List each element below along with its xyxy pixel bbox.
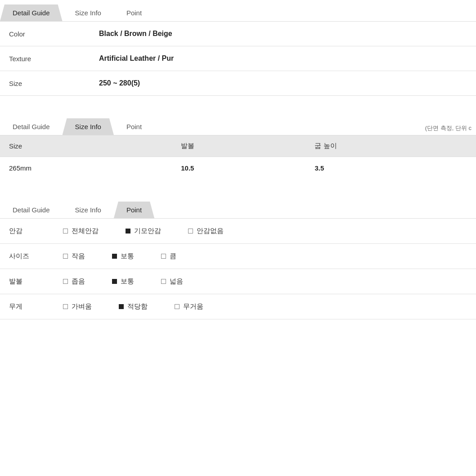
point-option-item: 보통 (112, 252, 134, 260)
point-row: 무게가벼움적당함무거움 (0, 294, 476, 319)
value-texture: Artificial Leather / Pur (90, 46, 476, 71)
point-option-item: 작음 (63, 252, 85, 260)
point-option-label: 무거움 (183, 302, 203, 311)
checkbox-empty-icon (161, 279, 166, 284)
tab-detail-guide-1[interactable]: Detail Guide (0, 4, 63, 21)
point-option-item: 가벼움 (63, 302, 92, 311)
checkbox-empty-icon (63, 279, 68, 284)
point-option-item: 무거움 (175, 302, 203, 311)
value-size: 250 ~ 280(5) (90, 71, 476, 96)
size-data-table: Size 발볼 굽 높이 265mm 10.5 3.5 (0, 135, 476, 179)
label-texture: Texture (0, 46, 90, 71)
col-header-heel-height: 굽 높이 (305, 135, 476, 157)
tab-point-2[interactable]: Point (114, 118, 154, 135)
point-row: 안감전체안감기모안감안감없음 (0, 219, 476, 244)
col-header-size: Size (0, 135, 172, 157)
point-option-item: 기모안감 (126, 227, 161, 235)
point-label: 안감 (0, 219, 54, 244)
label-color: Color (0, 22, 90, 46)
point-option-label: 전체안감 (72, 227, 99, 235)
point-option-item: 넓음 (161, 277, 183, 286)
point-option-label: 가벼움 (72, 302, 92, 311)
point-option-label: 좁음 (72, 277, 85, 286)
point-option-label: 안감없음 (197, 227, 224, 235)
heel-height-value: 3.5 (305, 157, 476, 180)
tab-row-3: Detail Guide Size Info Point (0, 197, 476, 219)
size-value: 265mm (0, 157, 172, 180)
tab-detail-guide-3[interactable]: Detail Guide (0, 202, 63, 218)
point-options-cell: 가벼움적당함무거움 (54, 294, 476, 319)
point-label: 무게 (0, 294, 54, 319)
checkbox-empty-icon (188, 229, 193, 234)
tab-size-info-1[interactable]: Size Info (63, 4, 114, 21)
checkbox-empty-icon (63, 304, 68, 309)
point-option-label: 보통 (121, 252, 134, 260)
point-option-label: 큼 (170, 252, 176, 260)
tab-size-info-3[interactable]: Size Info (63, 202, 114, 218)
checkbox-filled-icon (119, 304, 124, 309)
point-option-item: 좁음 (63, 277, 85, 286)
checkbox-filled-icon (112, 254, 117, 259)
section-2: Detail Guide Size Info Point (단면 측정, 단위 … (0, 114, 476, 179)
checkbox-filled-icon (126, 229, 130, 234)
point-options-group: 좁음보통넓음 (63, 277, 467, 286)
checkbox-filled-icon (112, 279, 117, 284)
point-option-label: 작음 (72, 252, 85, 260)
point-options-cell: 작음보통큼 (54, 244, 476, 269)
point-option-label: 넓음 (170, 277, 183, 286)
point-row: 사이즈작음보통큼 (0, 244, 476, 269)
tab-point-1[interactable]: Point (114, 4, 154, 21)
point-row: 발볼좁음보통넓음 (0, 269, 476, 294)
section-1: Detail Guide Size Info Point Color Black… (0, 0, 476, 96)
tab-row-2: Detail Guide Size Info Point (단면 측정, 단위 … (0, 114, 476, 135)
size-note: (단면 측정, 단위 c (421, 121, 476, 135)
point-options-group: 작음보통큼 (63, 252, 467, 260)
point-options-cell: 전체안감기모안감안감없음 (54, 219, 476, 244)
point-label: 사이즈 (0, 244, 54, 269)
tab-row-1: Detail Guide Size Info Point (0, 0, 476, 22)
point-option-item: 안감없음 (188, 227, 224, 235)
point-option-item: 큼 (161, 252, 176, 260)
point-table: 안감전체안감기모안감안감없음사이즈작음보통큼발볼좁음보통넓음무게가벼움적당함무거… (0, 219, 476, 319)
point-option-label: 적당함 (127, 302, 148, 311)
point-label: 발볼 (0, 269, 54, 294)
ballpol-value: 10.5 (172, 157, 305, 180)
point-option-label: 기모안감 (134, 227, 161, 235)
size-table-row: 265mm 10.5 3.5 (0, 157, 476, 180)
checkbox-empty-icon (161, 254, 166, 259)
value-color: Black / Brown / Beige (90, 22, 476, 46)
tab-size-info-2[interactable]: Size Info (63, 118, 114, 135)
size-table-header: Size 발볼 굽 높이 (0, 135, 476, 157)
tab-detail-guide-2[interactable]: Detail Guide (0, 118, 63, 135)
table-row: Size 250 ~ 280(5) (0, 71, 476, 96)
point-options-group: 가벼움적당함무거움 (63, 302, 467, 311)
point-options-group: 전체안감기모안감안감없음 (63, 227, 467, 235)
table-row: Color Black / Brown / Beige (0, 22, 476, 46)
checkbox-empty-icon (63, 229, 68, 234)
tab-point-3[interactable]: Point (114, 202, 154, 218)
col-header-ballpol: 발볼 (172, 135, 305, 157)
point-option-item: 적당함 (119, 302, 148, 311)
tab-row-tabs-2: Detail Guide Size Info Point (0, 118, 154, 135)
point-options-cell: 좁음보통넓음 (54, 269, 476, 294)
section-3: Detail Guide Size Info Point 안감전체안감기모안감안… (0, 197, 476, 319)
checkbox-empty-icon (63, 254, 68, 259)
point-option-item: 전체안감 (63, 227, 99, 235)
label-size: Size (0, 71, 90, 96)
table-row: Texture Artificial Leather / Pur (0, 46, 476, 71)
point-option-label: 보통 (121, 277, 134, 286)
detail-info-table: Color Black / Brown / Beige Texture Arti… (0, 22, 476, 96)
point-option-item: 보통 (112, 277, 134, 286)
checkbox-empty-icon (175, 304, 180, 309)
